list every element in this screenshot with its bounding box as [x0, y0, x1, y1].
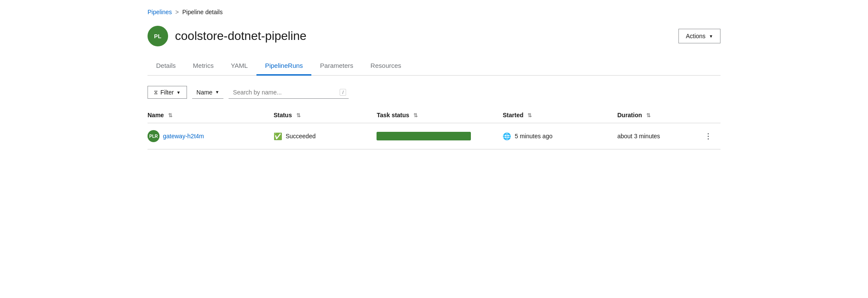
- tab-pipelineruns[interactable]: PipelineRuns: [256, 57, 311, 76]
- breadcrumb-separator: >: [175, 9, 179, 15]
- col-header-actions: [703, 107, 720, 123]
- name-dropdown[interactable]: Name ▼: [192, 86, 223, 99]
- filter-button[interactable]: ⧖ Filter ▼: [148, 86, 187, 99]
- col-header-started: Started: [503, 107, 617, 123]
- row-avatar: PLR: [148, 130, 160, 142]
- task-status-sort-icon[interactable]: [413, 113, 418, 119]
- tab-metrics[interactable]: Metrics: [184, 57, 222, 76]
- task-bar-fill: [377, 132, 471, 140]
- run-link[interactable]: gateway-h2t4m: [163, 133, 204, 140]
- search-shortcut: /: [340, 89, 346, 96]
- row-kebab-menu[interactable]: [703, 131, 714, 141]
- search-wrapper: /: [229, 86, 349, 99]
- tab-details[interactable]: Details: [148, 57, 184, 76]
- status-success-icon: ✅: [274, 132, 282, 140]
- globe-icon: 🌐: [503, 132, 511, 140]
- cell-started: 🌐 5 minutes ago: [503, 123, 617, 149]
- name-dropdown-arrow: ▼: [215, 90, 219, 94]
- name-sort-icon[interactable]: [168, 113, 172, 119]
- cell-row-actions: [703, 123, 720, 149]
- actions-label: Actions: [686, 33, 705, 40]
- filter-icon: ⧖: [154, 89, 158, 96]
- cell-name: PLR gateway-h2t4m: [148, 123, 274, 149]
- breadcrumb: Pipelines > Pipeline details: [148, 0, 720, 21]
- page-header: PL coolstore-dotnet-pipeline Actions ▼: [148, 21, 720, 57]
- tab-yaml[interactable]: YAML: [222, 57, 256, 76]
- status-text: Succeeded: [286, 133, 316, 140]
- breadcrumb-pipelines-link[interactable]: Pipelines: [148, 9, 172, 15]
- page-title: coolstore-dotnet-pipeline: [175, 29, 307, 43]
- toolbar: ⧖ Filter ▼ Name ▼ /: [148, 76, 720, 107]
- started-sort-icon[interactable]: [527, 113, 532, 119]
- tab-resources[interactable]: Resources: [362, 57, 410, 76]
- filter-dropdown-arrow: ▼: [176, 90, 181, 95]
- filter-label: Filter: [160, 89, 174, 96]
- actions-dropdown-arrow: ▼: [709, 34, 713, 39]
- duration-sort-icon[interactable]: [646, 113, 651, 119]
- cell-duration: about 3 minutes: [617, 123, 703, 149]
- header-left: PL coolstore-dotnet-pipeline: [148, 26, 307, 46]
- pipeline-runs-table: Name Status Task status Started Duration: [148, 107, 720, 149]
- tab-parameters[interactable]: Parameters: [311, 57, 362, 76]
- actions-button[interactable]: Actions ▼: [678, 29, 720, 43]
- cell-task-status: [377, 123, 503, 149]
- started-text: 5 minutes ago: [515, 133, 552, 140]
- tabs-container: DetailsMetricsYAMLPipelineRunsParameters…: [148, 57, 720, 76]
- col-header-duration: Duration: [617, 107, 703, 123]
- cell-status: ✅ Succeeded: [274, 123, 377, 149]
- col-header-name: Name: [148, 107, 274, 123]
- col-header-task-status: Task status: [377, 107, 503, 123]
- task-bar: [377, 132, 471, 140]
- table-header-row: Name Status Task status Started Duration: [148, 107, 720, 123]
- status-sort-icon[interactable]: [296, 113, 301, 119]
- pipeline-avatar: PL: [148, 26, 168, 46]
- breadcrumb-current: Pipeline details: [182, 9, 223, 15]
- search-input[interactable]: [229, 86, 349, 99]
- name-dropdown-label: Name: [196, 89, 212, 96]
- table-row: PLR gateway-h2t4m ✅ Succeeded 🌐 5 minute…: [148, 123, 720, 149]
- col-header-status: Status: [274, 107, 377, 123]
